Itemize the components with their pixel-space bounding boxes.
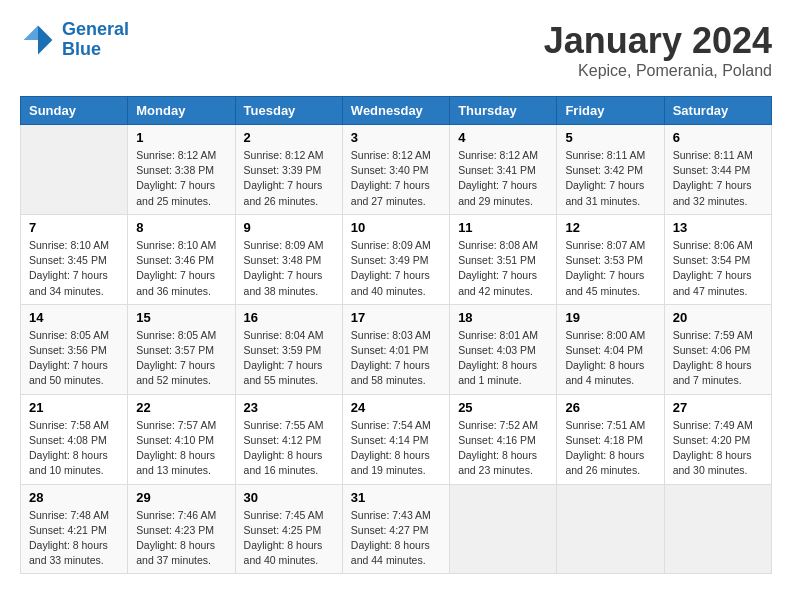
day-number: 31 [351,490,441,505]
logo-line1: General [62,19,129,39]
day-number: 15 [136,310,226,325]
week-row-3: 14Sunrise: 8:05 AM Sunset: 3:56 PM Dayli… [21,304,772,394]
calendar-cell: 19Sunrise: 8:00 AM Sunset: 4:04 PM Dayli… [557,304,664,394]
logo-line2: Blue [62,39,101,59]
week-row-2: 7Sunrise: 8:10 AM Sunset: 3:45 PM Daylig… [21,214,772,304]
calendar-cell: 1Sunrise: 8:12 AM Sunset: 3:38 PM Daylig… [128,125,235,215]
title-area: January 2024 Kepice, Pomerania, Poland [544,20,772,80]
day-number: 12 [565,220,655,235]
day-info: Sunrise: 8:10 AM Sunset: 3:45 PM Dayligh… [29,238,119,299]
day-number: 3 [351,130,441,145]
header-friday: Friday [557,97,664,125]
svg-marker-0 [38,25,52,54]
header-wednesday: Wednesday [342,97,449,125]
page-header: General Blue January 2024 Kepice, Pomera… [20,20,772,80]
day-number: 26 [565,400,655,415]
calendar-cell: 21Sunrise: 7:58 AM Sunset: 4:08 PM Dayli… [21,394,128,484]
calendar-cell: 7Sunrise: 8:10 AM Sunset: 3:45 PM Daylig… [21,214,128,304]
day-number: 17 [351,310,441,325]
day-info: Sunrise: 8:12 AM Sunset: 3:39 PM Dayligh… [244,148,334,209]
logo-text: General Blue [62,20,129,60]
calendar-cell: 30Sunrise: 7:45 AM Sunset: 4:25 PM Dayli… [235,484,342,574]
day-info: Sunrise: 8:05 AM Sunset: 3:57 PM Dayligh… [136,328,226,389]
day-number: 4 [458,130,548,145]
day-number: 28 [29,490,119,505]
day-info: Sunrise: 7:59 AM Sunset: 4:06 PM Dayligh… [673,328,763,389]
day-number: 1 [136,130,226,145]
day-info: Sunrise: 8:00 AM Sunset: 4:04 PM Dayligh… [565,328,655,389]
calendar-cell [664,484,771,574]
day-number: 16 [244,310,334,325]
day-number: 20 [673,310,763,325]
day-info: Sunrise: 8:09 AM Sunset: 3:49 PM Dayligh… [351,238,441,299]
calendar-cell: 18Sunrise: 8:01 AM Sunset: 4:03 PM Dayli… [450,304,557,394]
day-number: 9 [244,220,334,235]
day-info: Sunrise: 7:49 AM Sunset: 4:20 PM Dayligh… [673,418,763,479]
day-number: 14 [29,310,119,325]
calendar-cell: 13Sunrise: 8:06 AM Sunset: 3:54 PM Dayli… [664,214,771,304]
day-info: Sunrise: 8:11 AM Sunset: 3:44 PM Dayligh… [673,148,763,209]
day-info: Sunrise: 7:54 AM Sunset: 4:14 PM Dayligh… [351,418,441,479]
day-info: Sunrise: 8:03 AM Sunset: 4:01 PM Dayligh… [351,328,441,389]
day-number: 25 [458,400,548,415]
header-monday: Monday [128,97,235,125]
calendar-cell: 11Sunrise: 8:08 AM Sunset: 3:51 PM Dayli… [450,214,557,304]
day-number: 6 [673,130,763,145]
day-info: Sunrise: 7:46 AM Sunset: 4:23 PM Dayligh… [136,508,226,569]
day-number: 23 [244,400,334,415]
calendar-cell: 9Sunrise: 8:09 AM Sunset: 3:48 PM Daylig… [235,214,342,304]
day-info: Sunrise: 8:12 AM Sunset: 3:38 PM Dayligh… [136,148,226,209]
day-info: Sunrise: 7:57 AM Sunset: 4:10 PM Dayligh… [136,418,226,479]
day-number: 19 [565,310,655,325]
day-number: 13 [673,220,763,235]
logo-icon [20,22,56,58]
calendar-cell [450,484,557,574]
day-info: Sunrise: 7:43 AM Sunset: 4:27 PM Dayligh… [351,508,441,569]
day-info: Sunrise: 7:58 AM Sunset: 4:08 PM Dayligh… [29,418,119,479]
day-info: Sunrise: 7:52 AM Sunset: 4:16 PM Dayligh… [458,418,548,479]
day-number: 10 [351,220,441,235]
day-info: Sunrise: 8:04 AM Sunset: 3:59 PM Dayligh… [244,328,334,389]
calendar-cell: 5Sunrise: 8:11 AM Sunset: 3:42 PM Daylig… [557,125,664,215]
day-info: Sunrise: 8:10 AM Sunset: 3:46 PM Dayligh… [136,238,226,299]
calendar-cell: 25Sunrise: 7:52 AM Sunset: 4:16 PM Dayli… [450,394,557,484]
header-thursday: Thursday [450,97,557,125]
calendar-cell: 14Sunrise: 8:05 AM Sunset: 3:56 PM Dayli… [21,304,128,394]
month-title: January 2024 [544,20,772,62]
calendar-cell: 27Sunrise: 7:49 AM Sunset: 4:20 PM Dayli… [664,394,771,484]
calendar-cell: 15Sunrise: 8:05 AM Sunset: 3:57 PM Dayli… [128,304,235,394]
day-number: 2 [244,130,334,145]
day-info: Sunrise: 8:07 AM Sunset: 3:53 PM Dayligh… [565,238,655,299]
calendar-cell: 23Sunrise: 7:55 AM Sunset: 4:12 PM Dayli… [235,394,342,484]
calendar-cell [21,125,128,215]
calendar-cell: 26Sunrise: 7:51 AM Sunset: 4:18 PM Dayli… [557,394,664,484]
calendar-cell: 4Sunrise: 8:12 AM Sunset: 3:41 PM Daylig… [450,125,557,215]
week-row-5: 28Sunrise: 7:48 AM Sunset: 4:21 PM Dayli… [21,484,772,574]
day-info: Sunrise: 7:48 AM Sunset: 4:21 PM Dayligh… [29,508,119,569]
location: Kepice, Pomerania, Poland [544,62,772,80]
calendar-cell: 10Sunrise: 8:09 AM Sunset: 3:49 PM Dayli… [342,214,449,304]
day-number: 22 [136,400,226,415]
calendar-cell: 2Sunrise: 8:12 AM Sunset: 3:39 PM Daylig… [235,125,342,215]
day-number: 29 [136,490,226,505]
calendar-cell: 16Sunrise: 8:04 AM Sunset: 3:59 PM Dayli… [235,304,342,394]
calendar-cell: 17Sunrise: 8:03 AM Sunset: 4:01 PM Dayli… [342,304,449,394]
calendar-cell: 28Sunrise: 7:48 AM Sunset: 4:21 PM Dayli… [21,484,128,574]
day-number: 11 [458,220,548,235]
day-number: 7 [29,220,119,235]
calendar-cell: 6Sunrise: 8:11 AM Sunset: 3:44 PM Daylig… [664,125,771,215]
day-number: 30 [244,490,334,505]
week-row-4: 21Sunrise: 7:58 AM Sunset: 4:08 PM Dayli… [21,394,772,484]
day-info: Sunrise: 7:51 AM Sunset: 4:18 PM Dayligh… [565,418,655,479]
day-info: Sunrise: 8:08 AM Sunset: 3:51 PM Dayligh… [458,238,548,299]
day-info: Sunrise: 8:05 AM Sunset: 3:56 PM Dayligh… [29,328,119,389]
week-row-1: 1Sunrise: 8:12 AM Sunset: 3:38 PM Daylig… [21,125,772,215]
days-header-row: SundayMondayTuesdayWednesdayThursdayFrid… [21,97,772,125]
day-number: 21 [29,400,119,415]
day-info: Sunrise: 8:12 AM Sunset: 3:41 PM Dayligh… [458,148,548,209]
day-info: Sunrise: 8:06 AM Sunset: 3:54 PM Dayligh… [673,238,763,299]
calendar-cell: 22Sunrise: 7:57 AM Sunset: 4:10 PM Dayli… [128,394,235,484]
day-number: 24 [351,400,441,415]
calendar-table: SundayMondayTuesdayWednesdayThursdayFrid… [20,96,772,574]
day-info: Sunrise: 7:55 AM Sunset: 4:12 PM Dayligh… [244,418,334,479]
